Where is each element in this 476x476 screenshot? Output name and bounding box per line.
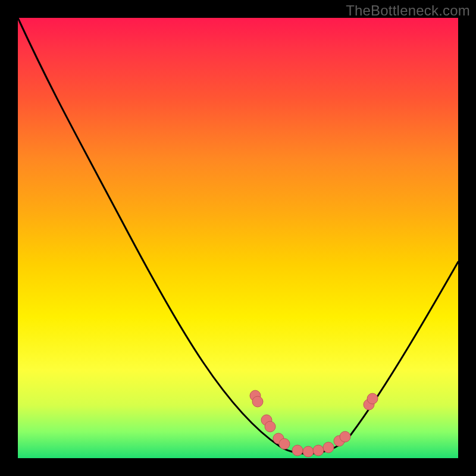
watermark-text: TheBottleneck.com (346, 2, 470, 19)
chart-gradient-frame (18, 18, 458, 458)
data-dot (292, 445, 303, 456)
bottleneck-chart (18, 18, 458, 458)
data-dot (265, 421, 275, 432)
data-dot (313, 445, 324, 456)
data-dot (323, 442, 334, 453)
data-dot (367, 393, 378, 404)
data-dot (303, 446, 314, 457)
data-dot (340, 431, 350, 442)
bottleneck-curve-path (18, 18, 458, 454)
data-dot (252, 396, 263, 407)
data-dot (279, 439, 290, 449)
